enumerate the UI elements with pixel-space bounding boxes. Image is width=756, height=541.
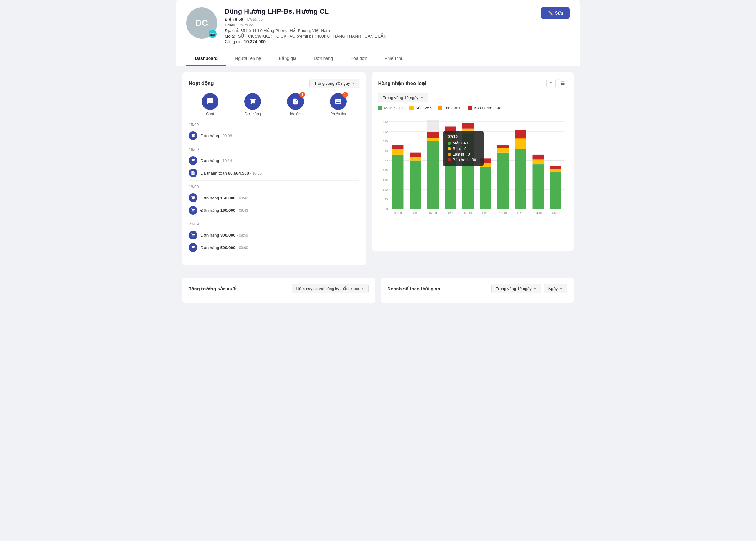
- svg-text:09/10: 09/10: [464, 211, 472, 215]
- tab-dashboard[interactable]: Dashboard: [186, 52, 226, 66]
- svg-text:08/10: 08/10: [447, 211, 455, 215]
- legend-item: Bảo hành: 234: [468, 106, 500, 110]
- activity-icon-chat[interactable]: Chat: [189, 93, 231, 116]
- date-group-20/09: 20/09 Đơn hàng 300.000 - 08:59 Đơn hàng …: [189, 222, 360, 255]
- legend-label: Làm lại: 0: [444, 106, 461, 110]
- tab-người-liên-hệ[interactable]: Người liên hệ: [226, 52, 270, 66]
- profile-header: DC 📷 Dũng Hương LHP-Bs. Hương CL Điện th…: [176, 0, 580, 52]
- badge: 1: [342, 92, 348, 98]
- act-label: Hóa đơn: [288, 112, 303, 116]
- svg-rect-39: [462, 129, 474, 134]
- icon-circle: 1: [330, 93, 347, 110]
- legend-color: [378, 106, 382, 110]
- activity-icon-hóa đơn[interactable]: 1 Hóa đơn: [274, 93, 317, 116]
- svg-rect-51: [515, 139, 527, 149]
- svg-rect-22: [392, 149, 404, 155]
- legend-item: Làm lại: 0: [438, 106, 461, 110]
- bar-chart: 05010015020025030035040045005/1006/1007/…: [378, 114, 567, 226]
- feed-time: - 09:00: [236, 246, 248, 250]
- svg-rect-55: [533, 164, 544, 209]
- chevron-down-icon: ▼: [420, 96, 424, 99]
- svg-text:150: 150: [382, 178, 388, 182]
- icon-circle: [202, 93, 218, 110]
- profile-debt: Công nợ: 10.374.000: [225, 39, 570, 44]
- svg-rect-40: [462, 123, 474, 129]
- feed-text: Đơn hàng 160.000 - 09:42: [200, 195, 248, 200]
- feed-text: Đơn hàng - 09:08: [200, 133, 232, 138]
- date-label: 18/09: [189, 185, 360, 189]
- legend-item: Mới: 2.811: [378, 106, 403, 110]
- activity-feed: 15/09 Đơn hàng - 09:08 16/09 Đơn hàng - …: [189, 122, 360, 255]
- chart-legend: Mới: 2.811 Sửa: 255 Làm lại: 0 Bảo hành:…: [378, 106, 567, 110]
- divider: [189, 143, 360, 144]
- svg-text:14/10: 14/10: [552, 211, 560, 215]
- svg-rect-21: [392, 155, 404, 209]
- growth-card-header: Tăng trưởng sản xuất Hôm nay so với cùng…: [189, 284, 369, 293]
- feed-time: - 09:42: [236, 196, 248, 200]
- svg-rect-48: [497, 145, 509, 149]
- date-group-18/09: 18/09 Đơn hàng 160.000 - 09:42 Đơn hàng …: [189, 185, 360, 218]
- activity-icon-phiếu thu[interactable]: 1 Phiếu thu: [317, 93, 360, 116]
- feed-item: Đơn hàng - 09:08: [189, 130, 360, 142]
- svg-rect-42: [480, 167, 492, 209]
- act-label: Chat: [206, 112, 214, 116]
- feed-time: - 08:59: [236, 233, 248, 238]
- svg-text:11/10: 11/10: [499, 211, 507, 215]
- activity-filter-dropdown[interactable]: Trong vòng 30 ngày ▼: [309, 79, 360, 88]
- svg-text:400: 400: [382, 130, 388, 133]
- svg-text:100: 100: [382, 188, 388, 191]
- tabs-bar: DashboardNgười liên hệBảng giáĐơn hàngHó…: [176, 52, 580, 66]
- svg-text:07/10: 07/10: [429, 211, 437, 215]
- chevron-down-icon: ▼: [534, 287, 537, 290]
- avatar-wrapper: DC 📷: [186, 7, 217, 39]
- revenue-card-header: Doanh số theo thời gian Trong vòng 10 ng…: [387, 284, 567, 293]
- edit-button[interactable]: ✏️ Sửa: [541, 7, 570, 19]
- svg-rect-33: [445, 143, 456, 209]
- bottom-section: Tăng trưởng sản xuất Hôm nay so với cùng…: [176, 277, 580, 309]
- svg-text:10/10: 10/10: [482, 211, 490, 215]
- tab-phiếu-thu[interactable]: Phiếu thu: [376, 52, 412, 66]
- legend-color: [438, 106, 442, 110]
- feed-icon-order: [189, 231, 197, 240]
- svg-rect-31: [427, 132, 439, 138]
- feed-text: Đơn hàng 300.000 - 08:59: [200, 233, 248, 238]
- svg-text:350: 350: [382, 140, 388, 143]
- chart-filter-dropdown[interactable]: Trong vòng 10 ngày ▼: [378, 93, 428, 103]
- growth-filter-dropdown[interactable]: Hôm nay so với cùng kỳ tuần trước ▼: [292, 284, 369, 293]
- svg-rect-36: [445, 126, 456, 134]
- feed-item: Đơn hàng - 10:14: [189, 154, 360, 167]
- tab-đơn-hàng[interactable]: Đơn hàng: [305, 52, 342, 66]
- chart-card-header: Hàng nhận theo loại ↻ ☰: [378, 79, 567, 88]
- feed-icon-order: [189, 206, 197, 215]
- svg-rect-46: [497, 153, 509, 209]
- svg-rect-26: [410, 157, 421, 160]
- activity-icon-đơn hàng[interactable]: Đơn hàng: [231, 93, 274, 116]
- tab-bảng-giá[interactable]: Bảng giá: [270, 52, 305, 66]
- profile-info: Dũng Hương LHP-Bs. Hương CL Điện thoại: …: [225, 7, 570, 44]
- legend-label: Mới: 2.811: [384, 106, 403, 110]
- svg-rect-56: [533, 159, 544, 164]
- revenue-filter2-dropdown[interactable]: Ngày ▼: [544, 284, 567, 293]
- profile-address: Địa chỉ: 35 Lô 11 Lê Hồng Phong, Hải Phò…: [225, 28, 570, 33]
- camera-icon[interactable]: 📷: [208, 30, 217, 38]
- chart-list-icon[interactable]: ☰: [558, 79, 567, 88]
- chart-refresh-icon[interactable]: ↻: [546, 79, 556, 88]
- feed-item: Đơn hàng 160.000 - 09:43: [189, 204, 360, 217]
- tab-hóa-đơn[interactable]: Hóa đơn: [342, 52, 376, 66]
- chevron-down-icon: ▼: [361, 287, 364, 290]
- feed-item: Đã thanh toán 60.664.500 - 10:16: [189, 167, 360, 179]
- svg-rect-59: [550, 172, 561, 209]
- feed-time: - 10:16: [250, 171, 262, 176]
- svg-rect-38: [462, 133, 474, 209]
- legend-color: [409, 106, 414, 110]
- act-label: Đơn hàng: [245, 112, 261, 116]
- date-label: 20/09: [189, 222, 360, 227]
- date-group-15/09: 15/09 Đơn hàng - 09:08: [189, 122, 360, 144]
- main-content: Hoạt động Trong vòng 30 ngày ▼ Chat Đơn …: [176, 66, 580, 277]
- svg-rect-29: [427, 141, 439, 209]
- svg-rect-43: [480, 163, 492, 167]
- icon-circle: [244, 93, 261, 110]
- svg-text:06/10: 06/10: [412, 211, 419, 215]
- svg-text:50: 50: [384, 198, 388, 201]
- revenue-filter1-dropdown[interactable]: Trong vòng 10 ngày ▼: [491, 284, 541, 293]
